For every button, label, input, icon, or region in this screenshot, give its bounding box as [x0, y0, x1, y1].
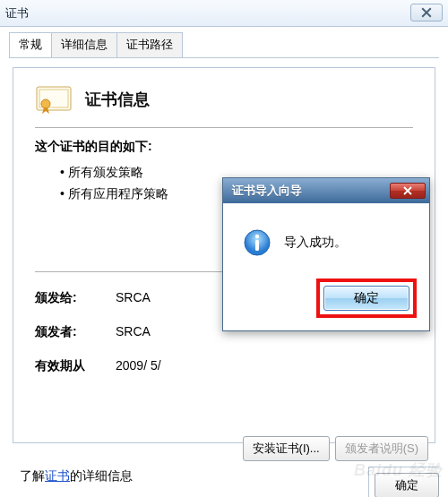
window-titlebar: 证书	[0, 0, 448, 27]
dialog-ok-area: 确定	[368, 467, 439, 497]
popup-close-button[interactable]	[390, 183, 426, 199]
svg-rect-5	[255, 240, 259, 251]
tab-general[interactable]: 常规	[9, 32, 52, 57]
svg-point-4	[255, 235, 259, 238]
popup-message: 导入成功。	[284, 235, 347, 251]
valid-from-label: 有效期从	[35, 358, 116, 374]
issuer-statement-button: 颁发者说明(S)	[335, 436, 428, 461]
import-wizard-popup: 证书导入向导 导入成功。 确定	[222, 177, 430, 331]
window-title: 证书	[5, 5, 29, 21]
dialog-ok-button[interactable]: 确定	[375, 473, 439, 497]
popup-ok-button[interactable]: 确定	[323, 286, 409, 311]
popup-titlebar: 证书导入向导	[223, 178, 429, 203]
tab-strip: 常规 详细信息 证书路径	[0, 27, 448, 57]
learn-cert-link[interactable]: 证书	[45, 468, 70, 483]
valid-from-value: 2009/ 5/	[116, 358, 161, 374]
close-icon	[421, 7, 432, 18]
close-icon	[402, 186, 413, 195]
issuer-value: SRCA	[116, 324, 151, 340]
window-close-button[interactable]	[410, 4, 443, 21]
learn-prefix: 了解	[20, 468, 45, 483]
learn-more-text: 了解证书的详细信息	[20, 468, 133, 484]
issuer-label: 颁发者:	[35, 324, 116, 340]
divider	[35, 127, 413, 128]
issued-to-label: 颁发给:	[35, 290, 116, 306]
popup-title: 证书导入向导	[232, 183, 302, 199]
cert-info-heading: 证书信息	[85, 89, 150, 110]
panel-footer-buttons: 安装证书(I)... 颁发者说明(S)	[243, 436, 428, 461]
svg-point-2	[41, 99, 50, 108]
purpose-label: 这个证书的目的如下:	[35, 139, 413, 155]
tab-details[interactable]: 详细信息	[51, 32, 117, 57]
ok-button-highlight: 确定	[316, 278, 417, 318]
tab-underline	[9, 57, 439, 58]
install-cert-button[interactable]: 安装证书(I)...	[243, 436, 330, 461]
issued-to-value: SRCA	[116, 290, 151, 306]
certificate-icon	[35, 84, 73, 115]
tab-certpath[interactable]: 证书路径	[116, 32, 183, 57]
learn-suffix: 的详细信息	[70, 468, 133, 483]
info-icon	[243, 228, 271, 257]
